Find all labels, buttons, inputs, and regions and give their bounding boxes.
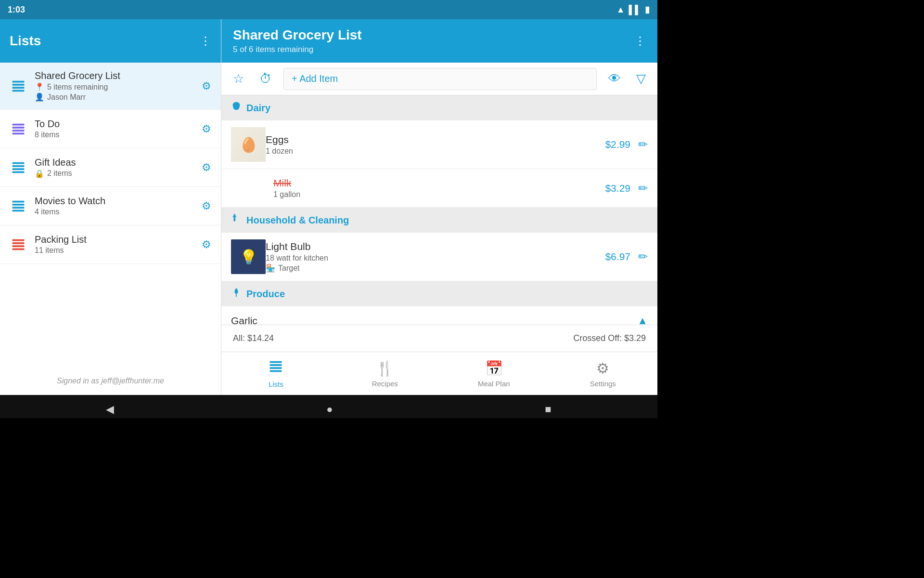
dairy-label: Dairy xyxy=(246,103,270,114)
item-milk: Milk 1 gallon $3.29 ✏ xyxy=(221,169,657,208)
list-icon-packing xyxy=(10,236,27,253)
eggs-name: Eggs xyxy=(266,134,605,145)
signal-icon: ▌▌ xyxy=(629,5,641,15)
list-info-grocery: Shared Grocery List 📍 5 items remaining … xyxy=(35,70,202,102)
list-name-packing: Packing List xyxy=(35,234,202,245)
dairy-icon xyxy=(231,101,242,115)
nav-lists[interactable]: Lists xyxy=(221,352,331,395)
list-info-gift: Gift Ideas 🔒 2 items xyxy=(35,157,202,178)
settings-nav-icon: ⚙ xyxy=(596,360,609,377)
gear-icon-movies[interactable]: ⚙ xyxy=(202,200,211,212)
crossed-off-label: Crossed Off: $3.29 xyxy=(573,333,646,343)
nav-settings[interactable]: ⚙ Settings xyxy=(549,352,658,395)
mealplan-nav-icon: 📅 xyxy=(485,360,503,377)
item-lightbulb: 💡 Light Bulb 18 watt for kitchen 🏪 Targe… xyxy=(221,233,657,281)
svg-rect-25 xyxy=(270,367,282,369)
content-title: Shared Grocery List xyxy=(233,27,362,43)
gear-icon-todo[interactable]: ⚙ xyxy=(202,123,211,135)
svg-rect-17 xyxy=(13,242,25,244)
svg-rect-14 xyxy=(13,207,25,209)
lightbulb-price: $6.97 xyxy=(605,251,630,263)
eggs-price: $2.99 xyxy=(605,139,630,150)
gear-icon-gift[interactable]: ⚙ xyxy=(202,161,211,174)
eggs-info: Eggs 1 dozen xyxy=(266,134,605,156)
store-icon: 🏪 xyxy=(266,263,275,273)
lists-nav-label: Lists xyxy=(269,380,283,388)
list-info-movies: Movies to Watch 4 items xyxy=(35,196,202,216)
status-icons: ▲ ▌▌ ▮ xyxy=(616,4,650,15)
milk-name: Milk xyxy=(273,177,605,189)
sidebar-menu-icon[interactable]: ⋮ xyxy=(200,34,211,48)
filter-icon[interactable]: ▽ xyxy=(632,67,650,90)
svg-rect-4 xyxy=(13,123,25,125)
svg-rect-1 xyxy=(13,84,25,86)
lightbulb-store: 🏪 Target xyxy=(266,263,605,273)
list-info-todo: To Do 8 items xyxy=(35,118,202,139)
svg-rect-9 xyxy=(13,165,25,167)
android-home[interactable]: ● xyxy=(326,403,333,416)
sidebar-item-gift[interactable]: Gift Ideas 🔒 2 items ⚙ xyxy=(0,148,221,187)
toolbar: ☆ ⏱ + Add Item 👁 ▽ xyxy=(221,63,657,95)
list-icon-todo xyxy=(10,120,27,138)
svg-rect-0 xyxy=(13,80,25,82)
list-info-packing: Packing List 11 items xyxy=(35,234,202,255)
time: 1:03 xyxy=(8,5,25,15)
nav-recipes[interactable]: 🍴 Recipes xyxy=(331,352,440,395)
nav-mealplan[interactable]: 📅 Meal Plan xyxy=(439,352,549,395)
android-back[interactable]: ◀ xyxy=(106,403,114,416)
location-icon: 📍 xyxy=(35,82,44,92)
list-meta-movies: 4 items xyxy=(35,208,202,216)
svg-rect-10 xyxy=(13,168,25,170)
star-icon[interactable]: ☆ xyxy=(229,67,248,90)
svg-rect-12 xyxy=(13,200,25,202)
clock-icon[interactable]: ⏱ xyxy=(256,67,276,90)
gear-icon-grocery[interactable]: ⚙ xyxy=(202,80,211,92)
sidebar-title: Lists xyxy=(10,33,41,49)
list-name-todo: To Do xyxy=(35,118,202,130)
list-meta-gift: 🔒 2 items xyxy=(35,169,202,178)
footer-bar: All: $14.24 Crossed Off: $3.29 xyxy=(221,325,657,352)
sidebar-item-packing[interactable]: Packing List 11 items ⚙ xyxy=(0,225,221,264)
svg-rect-23 xyxy=(270,361,282,363)
lock-icon: 🔒 xyxy=(35,169,44,178)
item-eggs: 🥚 Eggs 1 dozen $2.99 ✏ xyxy=(221,120,657,169)
category-produce: Produce xyxy=(221,281,657,306)
category-dairy: Dairy xyxy=(221,95,657,120)
milk-edit-icon[interactable]: ✏ xyxy=(638,182,648,195)
svg-rect-7 xyxy=(13,132,25,134)
lightbulb-name: Light Bulb xyxy=(266,241,605,252)
lightbulb-edit-icon[interactable]: ✏ xyxy=(638,250,648,263)
sidebar: Lists ⋮ Shared Grocery List 📍 5 items re… xyxy=(0,19,221,395)
content-header: Shared Grocery List 5 of 6 items remaini… xyxy=(221,19,657,63)
eye-icon[interactable]: 👁 xyxy=(604,67,625,90)
sidebar-item-movies[interactable]: Movies to Watch 4 items ⚙ xyxy=(0,187,221,225)
content-area: Shared Grocery List 5 of 6 items remaini… xyxy=(221,19,657,395)
bottom-nav: Lists 🍴 Recipes 📅 Meal Plan ⚙ Settings xyxy=(221,352,657,395)
svg-rect-13 xyxy=(13,204,25,206)
list-icon-movies xyxy=(10,197,27,215)
gear-icon-packing[interactable]: ⚙ xyxy=(202,238,211,251)
eggs-edit-icon[interactable]: ✏ xyxy=(638,138,648,151)
svg-rect-8 xyxy=(13,162,25,164)
sidebar-footer: Signed in as jeff@jeffhunter.me xyxy=(0,367,221,395)
user-icon: 👤 xyxy=(35,92,44,102)
svg-rect-6 xyxy=(13,130,25,131)
sidebar-item-todo[interactable]: To Do 8 items ⚙ xyxy=(0,110,221,148)
sidebar-item-grocery[interactable]: Shared Grocery List 📍 5 items remaining … xyxy=(0,63,221,110)
add-item-button[interactable]: + Add Item xyxy=(283,68,597,90)
list-icon-grocery xyxy=(10,78,27,95)
scroll-up-icon[interactable]: ▲ xyxy=(637,315,648,325)
category-household: Household & Cleaning xyxy=(221,208,657,233)
milk-price: $3.29 xyxy=(605,183,630,194)
total-label: All: $14.24 xyxy=(233,333,274,343)
garlic-name: Garlic xyxy=(231,315,637,325)
milk-detail: 1 gallon xyxy=(273,190,605,199)
android-recent[interactable]: ■ xyxy=(545,403,551,416)
milk-info: Milk 1 gallon xyxy=(231,177,605,199)
list-content: Dairy 🥚 Eggs 1 dozen $2.99 ✏ Milk 1 gall… xyxy=(221,95,657,325)
lightbulb-detail: 18 watt for kitchen xyxy=(266,254,605,263)
list-meta-grocery: 📍 5 items remaining xyxy=(35,82,202,92)
content-menu-icon[interactable]: ⋮ xyxy=(634,34,646,48)
lists-nav-icon xyxy=(269,359,283,377)
settings-nav-label: Settings xyxy=(590,380,616,388)
